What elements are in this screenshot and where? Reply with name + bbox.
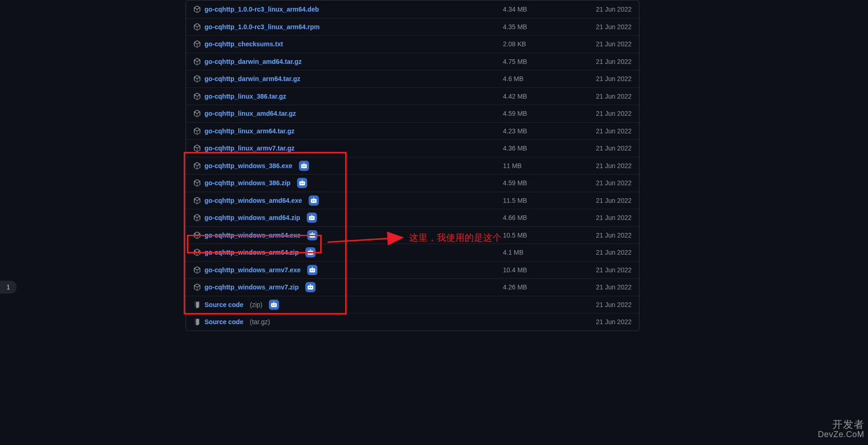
- asset-download-link[interactable]: go-cqhttp_windows_armv7.exe: [205, 266, 301, 274]
- asset-date: 21 Jun 2022: [591, 197, 632, 204]
- svg-point-11: [312, 200, 313, 201]
- package-icon: [193, 266, 201, 274]
- asset-name-cell: go-cqhttp_1.0.0-rc3_linux_arm64.deb: [193, 6, 503, 13]
- download-helper-icon[interactable]: [297, 178, 307, 188]
- asset-size: 2.08 KB: [503, 40, 591, 48]
- asset-name-cell: go-cqhttp_windows_386.zip: [193, 178, 503, 188]
- asset-size: 11.5 MB: [503, 197, 591, 204]
- file-zip-icon: [193, 318, 201, 326]
- package-icon: [193, 144, 201, 152]
- svg-point-19: [311, 214, 312, 215]
- asset-row: go-cqhttp_windows_arm64.exe10.5 MB21 Jun…: [186, 226, 639, 244]
- download-helper-icon[interactable]: [307, 265, 317, 275]
- asset-suffix: (zip): [250, 301, 262, 308]
- package-icon: [193, 179, 201, 187]
- asset-download-link[interactable]: go-cqhttp_windows_arm64.exe: [205, 232, 301, 239]
- asset-row: go-cqhttp_windows_arm64.zip4.1 MB21 Jun …: [186, 244, 639, 261]
- asset-download-link[interactable]: go-cqhttp_1.0.0-rc3_linux_arm64.deb: [205, 6, 319, 13]
- package-icon: [193, 162, 201, 169]
- release-assets-list: go-cqhttp_1.0.0-rc3_linux_arm64.deb4.34 …: [186, 0, 639, 331]
- watermark-line-1: 开发者: [832, 419, 864, 430]
- asset-row: Source code(tar.gz)21 Jun 2022: [186, 313, 639, 331]
- svg-point-2: [304, 165, 305, 166]
- asset-name-cell: go-cqhttp_darwin_amd64.tar.gz: [193, 58, 503, 65]
- asset-name-cell: go-cqhttp_checksums.txt: [193, 40, 503, 48]
- svg-point-22: [313, 235, 314, 236]
- package-icon: [193, 58, 201, 65]
- asset-download-link[interactable]: go-cqhttp_windows_armv7.zip: [205, 283, 299, 291]
- package-icon: [193, 214, 201, 221]
- asset-download-link[interactable]: go-cqhttp_linux_armv7.tar.gz: [205, 144, 294, 152]
- asset-name-cell: Source code(zip): [193, 300, 503, 310]
- package-icon: [193, 197, 201, 204]
- svg-point-12: [314, 200, 315, 201]
- download-helper-icon[interactable]: [309, 195, 319, 206]
- asset-size: 10.4 MB: [503, 266, 591, 274]
- svg-rect-30: [310, 268, 315, 272]
- asset-name-cell: go-cqhttp_windows_386.exe: [193, 161, 503, 171]
- asset-row: go-cqhttp_1.0.0-rc3_linux_arm64.deb4.34 …: [186, 0, 639, 18]
- svg-point-16: [310, 218, 311, 219]
- svg-point-41: [273, 304, 273, 305]
- svg-point-21: [310, 235, 311, 236]
- asset-download-link[interactable]: Source code: [205, 301, 243, 308]
- asset-size: 4.66 MB: [503, 214, 591, 221]
- asset-size: 4.1 MB: [503, 249, 591, 256]
- watermark-line-2: DevZe.CoM: [818, 430, 864, 439]
- asset-date: 21 Jun 2022: [591, 58, 632, 65]
- svg-point-24: [312, 232, 313, 233]
- download-helper-icon[interactable]: [305, 247, 316, 257]
- asset-name-cell: go-cqhttp_linux_amd64.tar.gz: [193, 110, 503, 117]
- asset-row: go-cqhttp_linux_armv7.tar.gz4.36 MB21 Ju…: [186, 139, 639, 157]
- asset-download-link[interactable]: go-cqhttp_linux_386.tar.gz: [205, 93, 286, 100]
- asset-download-link[interactable]: go-cqhttp_windows_386.exe: [205, 162, 292, 169]
- asset-name-cell: go-cqhttp_windows_amd64.zip: [193, 213, 503, 223]
- svg-point-26: [309, 252, 310, 253]
- svg-rect-0: [301, 164, 307, 168]
- asset-row: go-cqhttp_darwin_arm64.tar.gz4.6 MB21 Ju…: [186, 70, 639, 88]
- asset-download-link[interactable]: go-cqhttp_windows_arm64.zip: [205, 249, 299, 256]
- download-helper-icon[interactable]: [305, 282, 316, 292]
- asset-row: go-cqhttp_windows_386.exe11 MB21 Jun 202…: [186, 157, 639, 175]
- download-helper-icon[interactable]: [299, 161, 309, 171]
- watermark: 开发者 DevZe.CoM: [818, 419, 864, 439]
- package-icon: [193, 23, 201, 31]
- asset-row: go-cqhttp_checksums.txt2.08 KB21 Jun 202…: [186, 35, 639, 53]
- asset-download-link[interactable]: go-cqhttp_1.0.0-rc3_linux_arm64.rpm: [205, 23, 320, 31]
- asset-download-link[interactable]: go-cqhttp_windows_386.zip: [205, 179, 291, 187]
- asset-download-link[interactable]: go-cqhttp_windows_amd64.zip: [205, 214, 300, 221]
- asset-size: 4.23 MB: [503, 127, 591, 135]
- svg-point-32: [313, 270, 314, 270]
- svg-point-44: [273, 301, 274, 302]
- asset-date: 21 Jun 2022: [591, 283, 632, 291]
- asset-download-link[interactable]: go-cqhttp_darwin_amd64.tar.gz: [205, 58, 302, 65]
- svg-point-27: [311, 252, 312, 253]
- asset-download-link[interactable]: go-cqhttp_darwin_arm64.tar.gz: [205, 75, 300, 82]
- asset-download-link[interactable]: go-cqhttp_linux_amd64.tar.gz: [205, 110, 296, 117]
- download-helper-icon[interactable]: [307, 213, 317, 223]
- download-helper-icon[interactable]: [307, 230, 317, 240]
- asset-download-link[interactable]: Source code: [205, 318, 243, 326]
- download-helper-icon[interactable]: [269, 300, 279, 310]
- page-number-badge: 1: [0, 281, 17, 294]
- svg-rect-10: [311, 199, 316, 203]
- asset-date: 21 Jun 2022: [591, 40, 632, 48]
- asset-row: go-cqhttp_windows_amd64.zip4.66 MB21 Jun…: [186, 209, 639, 226]
- asset-row: go-cqhttp_1.0.0-rc3_linux_arm64.rpm4.35 …: [186, 18, 639, 36]
- asset-date: 21 Jun 2022: [591, 6, 632, 13]
- asset-date: 21 Jun 2022: [591, 214, 632, 221]
- svg-point-31: [310, 270, 311, 270]
- asset-download-link[interactable]: go-cqhttp_windows_amd64.exe: [205, 197, 302, 204]
- asset-download-link[interactable]: go-cqhttp_checksums.txt: [205, 40, 283, 48]
- asset-name-cell: go-cqhttp_darwin_arm64.tar.gz: [193, 75, 503, 82]
- asset-date: 21 Jun 2022: [591, 93, 632, 100]
- svg-rect-25: [308, 251, 313, 255]
- asset-name-cell: go-cqhttp_windows_armv7.exe: [193, 265, 503, 275]
- asset-size: 4.6 MB: [503, 75, 591, 82]
- asset-date: 21 Jun 2022: [591, 301, 632, 308]
- asset-name-cell: Source code(tar.gz): [193, 318, 503, 326]
- asset-name-cell: go-cqhttp_windows_arm64.exe: [193, 230, 503, 240]
- svg-point-39: [310, 284, 311, 285]
- asset-row: go-cqhttp_windows_amd64.exe11.5 MB21 Jun…: [186, 192, 639, 209]
- asset-download-link[interactable]: go-cqhttp_linux_arm64.tar.gz: [205, 127, 294, 135]
